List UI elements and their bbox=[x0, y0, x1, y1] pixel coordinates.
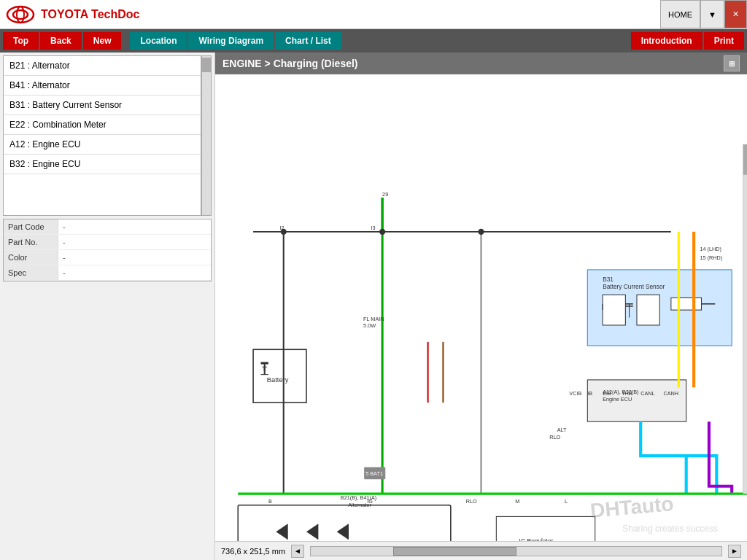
app-title: TOYOTA TechDoc bbox=[41, 8, 139, 21]
svg-rect-79 bbox=[743, 144, 747, 175]
list-item[interactable]: E22 : Combination Meter bbox=[4, 115, 201, 135]
svg-text:I2: I2 bbox=[280, 225, 285, 231]
svg-point-53 bbox=[379, 229, 385, 235]
left-panel: B21 : AlternatorB41 : AlternatorB31 : Ba… bbox=[0, 52, 215, 560]
svg-text:Alternator: Alternator bbox=[348, 502, 371, 508]
list-item[interactable]: B21 : Alternator bbox=[4, 56, 201, 76]
svg-text:M: M bbox=[515, 498, 519, 505]
home-button[interactable]: HOME bbox=[660, 0, 700, 28]
svg-text:RLO: RLO bbox=[466, 498, 477, 505]
svg-text:Engine ECU: Engine ECU bbox=[603, 396, 632, 402]
info-row: Part No.- bbox=[4, 235, 211, 250]
svg-marker-42 bbox=[306, 524, 318, 540]
list-scrollbar[interactable] bbox=[201, 55, 212, 216]
top-button[interactable]: Top bbox=[3, 32, 39, 50]
window-controls: HOME ▼ ✕ bbox=[660, 0, 747, 28]
svg-marker-40 bbox=[276, 524, 287, 540]
svg-text:IC Regulator: IC Regulator bbox=[519, 537, 554, 541]
info-label: Color bbox=[4, 250, 58, 265]
list-item[interactable]: B31 : Battery Current Sensor bbox=[4, 96, 201, 115]
print-button[interactable]: Print bbox=[704, 32, 744, 50]
info-value: - bbox=[58, 265, 70, 280]
diagram-size: 736,6 x 251,5 mm bbox=[221, 547, 285, 556]
diagram-footer: 736,6 x 251,5 mm ◄ ► bbox=[215, 541, 747, 560]
svg-text:29: 29 bbox=[382, 191, 388, 198]
svg-text:ALT: ALT bbox=[557, 427, 567, 433]
titlebar: TOYOTA TechDoc HOME ▼ ✕ bbox=[0, 0, 747, 29]
new-button[interactable]: New bbox=[83, 32, 122, 50]
svg-text:B: B bbox=[268, 498, 272, 505]
scroll-right-arrow[interactable]: ► bbox=[728, 545, 741, 558]
svg-text:VCIB: VCIB bbox=[569, 390, 581, 397]
info-value: - bbox=[58, 235, 70, 249]
svg-text:15 (RHD): 15 (RHD) bbox=[700, 254, 722, 261]
svg-text:IB: IB bbox=[587, 390, 592, 397]
svg-text:Battery Current Sensor: Battery Current Sensor bbox=[603, 283, 665, 290]
svg-text:Battery: Battery bbox=[267, 376, 289, 384]
back-button[interactable]: Back bbox=[40, 32, 82, 50]
svg-point-0 bbox=[7, 7, 34, 23]
scroll-right-arrows: ► bbox=[728, 545, 741, 558]
svg-text:L: L bbox=[565, 498, 568, 505]
wiring-diagram-button[interactable]: Wiring Diagram bbox=[188, 32, 274, 50]
main-area: B21 : AlternatorB41 : AlternatorB31 : Ba… bbox=[0, 52, 747, 560]
introduction-button[interactable]: Introduction bbox=[631, 32, 703, 50]
svg-text:FL MAIN: FL MAIN bbox=[363, 316, 384, 322]
list-item[interactable]: A12 : Engine ECU bbox=[4, 135, 201, 155]
close-button[interactable]: ✕ bbox=[724, 0, 747, 28]
diagram-panel: ENGINE > Charging (Diesel) ⊞ Battery bbox=[215, 52, 747, 560]
info-label: Spec bbox=[4, 265, 58, 280]
svg-rect-78 bbox=[743, 144, 747, 494]
info-value: - bbox=[58, 250, 70, 265]
logo-area: TOYOTA TechDoc bbox=[6, 3, 139, 26]
svg-rect-24 bbox=[603, 295, 625, 325]
svg-text:5.0W: 5.0W bbox=[363, 322, 376, 329]
location-button[interactable]: Location bbox=[130, 32, 187, 50]
info-label: Part Code bbox=[4, 219, 58, 234]
svg-text:EIB: EIB bbox=[603, 390, 611, 397]
svg-rect-25 bbox=[637, 295, 659, 325]
scroll-arrows: ◄ bbox=[291, 545, 304, 558]
info-value: - bbox=[58, 219, 70, 234]
info-panel: Part Code-Part No.-Color-Spec- bbox=[3, 219, 212, 281]
svg-text:CANH: CANH bbox=[663, 390, 678, 397]
chart-list-button[interactable]: Chart / List bbox=[275, 32, 341, 50]
toolbar: Top Back New Location Wiring Diagram Cha… bbox=[0, 29, 747, 52]
svg-text:14 (LHD): 14 (LHD) bbox=[700, 246, 721, 252]
svg-text:THB: THB bbox=[622, 390, 632, 397]
toyota-logo bbox=[6, 3, 35, 26]
svg-rect-29 bbox=[671, 298, 702, 310]
diagram-header: ENGINE > Charging (Diesel) ⊞ bbox=[215, 52, 747, 74]
svg-point-55 bbox=[478, 229, 484, 235]
svg-text:CANL: CANL bbox=[640, 390, 654, 397]
svg-point-2 bbox=[17, 7, 24, 23]
info-row: Color- bbox=[4, 250, 211, 265]
component-list[interactable]: B21 : AlternatorB41 : AlternatorB31 : Ba… bbox=[3, 55, 201, 216]
svg-text:RLO: RLO bbox=[549, 434, 560, 440]
minimize-button[interactable]: ▼ bbox=[700, 0, 724, 28]
info-row: Spec- bbox=[4, 265, 211, 281]
list-item[interactable]: B41 : Alternator bbox=[4, 76, 201, 96]
list-item[interactable]: B32 : Engine ECU bbox=[4, 155, 201, 174]
svg-text:5 BAT1: 5 BAT1 bbox=[365, 470, 383, 477]
svg-text:I3: I3 bbox=[371, 225, 375, 231]
info-row: Part Code- bbox=[4, 219, 211, 235]
svg-point-1 bbox=[13, 10, 28, 19]
scroll-left-arrow[interactable]: ◄ bbox=[291, 545, 304, 558]
diagram-options-icon[interactable]: ⊞ bbox=[724, 55, 740, 71]
diagram-title: ENGINE > Charging (Diesel) bbox=[222, 58, 358, 69]
info-label: Part No. bbox=[4, 235, 58, 249]
horizontal-scrollbar[interactable] bbox=[310, 546, 722, 556]
svg-text:B21(B), B41(A): B21(B), B41(A) bbox=[341, 494, 376, 501]
diagram-area[interactable]: Battery FL MAIN 5.0W bbox=[215, 74, 747, 541]
svg-text:B31: B31 bbox=[603, 276, 614, 283]
svg-marker-44 bbox=[337, 524, 349, 540]
